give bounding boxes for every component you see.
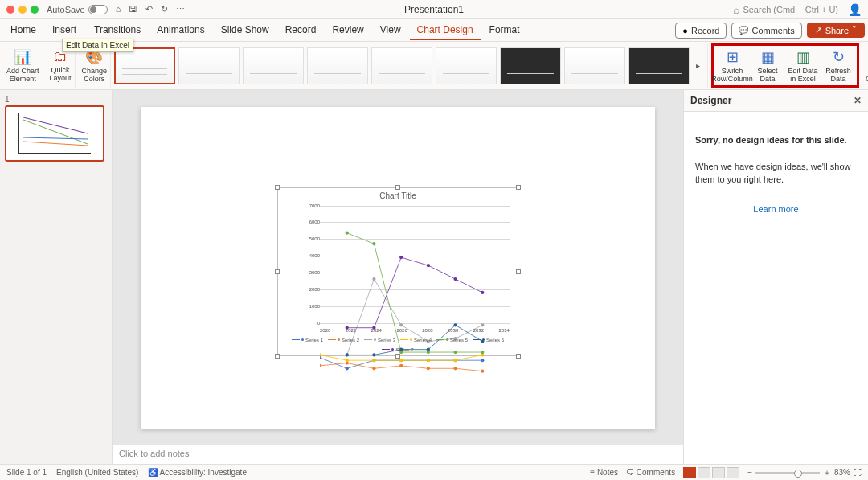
autosave-switch[interactable] <box>88 5 108 14</box>
select-data-button[interactable]: ▦ Select Data <box>751 47 784 84</box>
tab-review[interactable]: Review <box>325 21 371 40</box>
undo-icon[interactable]: ↶ <box>145 4 153 14</box>
notes-pane[interactable]: Click to add notes <box>113 445 683 464</box>
chart-style-2[interactable] <box>178 47 240 84</box>
chart-object[interactable]: Chart Title 0100020003000400050006000700… <box>277 187 518 356</box>
chart-style-1[interactable] <box>114 47 175 84</box>
document-title: Presentation1 <box>404 4 464 15</box>
autosave-toggle[interactable]: AutoSave <box>47 5 108 14</box>
chart-style-4[interactable] <box>307 47 368 84</box>
learn-more-link[interactable]: Learn more <box>753 204 798 214</box>
search-box[interactable]: Search (Cmd + Ctrl + U) <box>733 3 838 16</box>
styles-more-button[interactable]: ▸ <box>693 61 702 70</box>
account-icon[interactable]: 👤 <box>848 3 862 16</box>
chart-style-5[interactable] <box>371 47 432 84</box>
zoom-control[interactable]: − ＋ 83% ⛶ <box>747 467 862 478</box>
tab-format[interactable]: Format <box>482 21 527 40</box>
save-icon[interactable]: 🖫 <box>129 4 137 14</box>
tab-insert[interactable]: Insert <box>45 21 84 40</box>
slide-canvas[interactable]: Chart Title 0100020003000400050006000700… <box>113 90 683 445</box>
resize-handle-nw[interactable] <box>275 185 280 190</box>
zoom-percent[interactable]: 83% <box>834 468 850 477</box>
resize-handle-e[interactable] <box>516 269 521 274</box>
comments-button[interactable]: Comments <box>731 23 801 39</box>
legend-item[interactable]: Series 7 <box>382 347 413 352</box>
accessibility-status[interactable]: ♿ Accessibility: Investigate <box>148 468 247 477</box>
edit-data-excel-button[interactable]: ▥ Edit Data in Excel <box>786 47 820 84</box>
legend-item[interactable]: Series 3 <box>364 338 395 343</box>
designer-close-button[interactable]: ✕ <box>854 95 862 106</box>
svg-point-28 <box>427 359 430 362</box>
close-window-button[interactable] <box>6 6 14 14</box>
maximize-window-button[interactable] <box>31 6 39 14</box>
svg-point-5 <box>346 367 349 370</box>
svg-point-38 <box>372 353 375 356</box>
chart-title[interactable]: Chart Title <box>278 188 518 203</box>
tab-record[interactable]: Record <box>278 21 324 40</box>
legend-item[interactable]: Series 4 <box>400 338 432 343</box>
change-chart-type-button[interactable]: 📈 Change Chart Type <box>862 43 868 88</box>
slide-thumbnails-panel[interactable]: 1 <box>0 90 113 464</box>
add-chart-element-button[interactable]: 📊 Add Chart Element <box>3 43 43 88</box>
sorter-view-button[interactable] <box>698 467 710 478</box>
select-data-icon: ▦ <box>761 48 775 66</box>
legend-item[interactable]: Series 1 <box>292 338 323 343</box>
legend-item[interactable]: Series 6 <box>473 338 504 343</box>
minimize-window-button[interactable] <box>18 6 27 14</box>
fit-to-window-button[interactable]: ⛶ <box>854 468 862 477</box>
reading-view-button[interactable] <box>712 467 725 478</box>
home-icon[interactable]: ⌂ <box>116 4 121 14</box>
designer-header: Designer ✕ <box>684 90 868 112</box>
legend-item[interactable]: Series 2 <box>328 338 359 343</box>
comments-toggle[interactable]: 🗨 Comments <box>626 468 675 477</box>
refresh-data-button[interactable]: ↻ Refresh Data <box>821 47 855 84</box>
svg-line-1 <box>23 120 88 144</box>
chart-legend[interactable]: Series 1Series 2Series 3Series 4Series 5… <box>278 338 518 352</box>
window-controls <box>6 6 39 14</box>
redo-icon[interactable]: ↻ <box>161 4 168 14</box>
chart-style-6[interactable] <box>436 47 497 84</box>
zoom-in-button[interactable]: ＋ <box>823 467 831 478</box>
slide-thumbnail-1[interactable] <box>5 105 104 162</box>
tab-slide-show[interactable]: Slide Show <box>214 21 276 40</box>
slide-1[interactable]: Chart Title 0100020003000400050006000700… <box>141 107 655 429</box>
svg-point-19 <box>372 277 375 280</box>
slide-counter[interactable]: Slide 1 of 1 <box>6 468 47 477</box>
chart-styles-gallery[interactable]: ▸ <box>114 43 708 88</box>
chart-style-9[interactable] <box>628 47 690 84</box>
language-status[interactable]: English (United States) <box>56 468 138 477</box>
chart-style-8[interactable] <box>564 47 625 84</box>
svg-point-45 <box>399 255 403 258</box>
svg-line-3 <box>23 137 88 139</box>
tab-animations[interactable]: Animations <box>149 21 211 40</box>
tab-chart-design[interactable]: Chart Design <box>410 21 481 40</box>
svg-point-14 <box>399 363 403 367</box>
bar-chart-icon: 📊 <box>14 48 31 66</box>
legend-item[interactable]: Series 5 <box>436 338 468 343</box>
quick-layout-label: Quick Layout <box>50 67 72 83</box>
share-button[interactable]: Share ˅ <box>807 23 865 38</box>
chart-style-3[interactable] <box>243 47 304 84</box>
chart-style-7[interactable] <box>500 47 561 84</box>
notes-toggle[interactable]: ≡ Notes <box>590 468 618 477</box>
x-axis: 20202022202420262028203020322034 <box>320 328 510 333</box>
resize-handle-n[interactable] <box>395 185 400 190</box>
edit-excel-label: Edit Data in Excel <box>788 68 818 84</box>
tab-view[interactable]: View <box>373 21 408 40</box>
chart-plot-area[interactable]: 01000200030004000500060007000 2020202220… <box>302 206 510 323</box>
designer-title: Designer <box>690 95 731 106</box>
record-label: Record <box>691 26 719 35</box>
resize-handle-w[interactable] <box>275 269 280 274</box>
zoom-out-button[interactable]: − <box>747 468 752 477</box>
record-button[interactable]: Record <box>675 23 727 39</box>
normal-view-button[interactable] <box>683 467 696 478</box>
autosave-label: AutoSave <box>47 5 85 14</box>
resize-handle-se[interactable] <box>516 354 521 359</box>
zoom-slider[interactable] <box>755 472 820 474</box>
tab-home[interactable]: Home <box>3 21 43 40</box>
slideshow-view-button[interactable] <box>727 467 739 478</box>
resize-handle-ne[interactable] <box>516 185 521 190</box>
switch-row-column-button[interactable]: ⊞ Switch Row/Column <box>715 47 749 84</box>
resize-handle-sw[interactable] <box>275 354 280 359</box>
more-icon[interactable]: ⋯ <box>176 4 185 14</box>
